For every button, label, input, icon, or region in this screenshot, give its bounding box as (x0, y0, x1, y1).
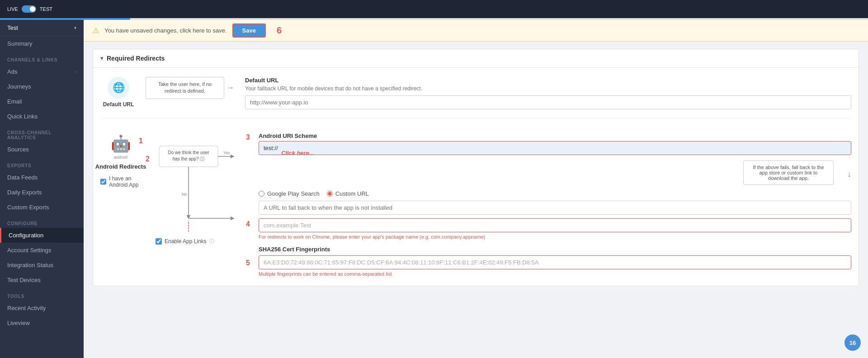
badge-count: 16 (849, 339, 856, 346)
google-play-radio[interactable] (259, 191, 264, 197)
callout-container: Click here... If the above fails, fall b… (259, 160, 851, 185)
card-header: ▾ Required Redirects (93, 49, 859, 68)
android-title: Android Redirects (95, 163, 146, 170)
sidebar-item-label: Configuration (9, 232, 43, 239)
content-area: ▾ Required Redirects 🌐 Default URL Take … (84, 42, 868, 358)
radio-group: Google Play Search Custom URL (259, 190, 851, 197)
main-content: ⚠ You have unsaved changes, click here t… (84, 20, 868, 358)
android-robot-icon: 🤖 (111, 134, 131, 153)
top-bar: LIVE TEST (0, 0, 868, 18)
sidebar-item-label: Account Settings (7, 247, 52, 254)
down-arrow-container: ↓ (847, 160, 851, 185)
sha-label: SHA256 Cert Fingerprints (259, 246, 851, 253)
card-title: Required Redirects (107, 55, 165, 62)
sidebar-item-integration-status[interactable]: Integration Status (0, 258, 84, 273)
unsaved-message: You have unsaved changes, click here to … (104, 27, 227, 34)
fallback-callout: If the above fails, fall back to the app… (743, 160, 834, 185)
package-name-container: 4 (259, 218, 851, 232)
collapse-icon[interactable]: ▾ (100, 55, 103, 61)
has-android-app-row: I have an Android App (100, 175, 141, 188)
custom-url-radio[interactable] (327, 191, 333, 197)
default-url-label: Default URL (103, 101, 134, 108)
sidebar-item-label: Data Feeds (7, 174, 38, 181)
sha-input[interactable] (259, 255, 851, 269)
help-badge[interactable]: 16 (844, 334, 861, 351)
sidebar-item-label: Integration Status (7, 262, 53, 268)
uri-scheme-label: Android URI Scheme (259, 132, 851, 139)
svg-text:No: No (182, 192, 187, 197)
live-label: LIVE (7, 6, 18, 12)
sidebar-item-label: Summary (7, 40, 33, 47)
default-url-config-desc: Your fallback URL for mobile devices tha… (245, 85, 851, 92)
android-row: 🤖 android Android Redirects I have an An… (100, 132, 851, 277)
sidebar-item-summary[interactable]: Summary (0, 36, 84, 51)
custom-url-option[interactable]: Custom URL (327, 190, 369, 197)
sidebar-section-channels: CHANNELS & LINKS (0, 51, 84, 64)
sidebar-item-label: Quick Links (7, 113, 38, 120)
google-play-label: Google Play Search (267, 190, 320, 197)
sidebar-item-label: Liveview (7, 320, 30, 326)
sidebar-item-account-settings[interactable]: Account Settings (0, 243, 84, 258)
sidebar: Test ▾ Summary CHANNELS & LINKS Ads › Jo… (0, 20, 84, 358)
sidebar-item-label: Custom Exports (7, 204, 49, 211)
chevron-down-icon: ▾ (74, 25, 76, 30)
app-name: Test (7, 24, 18, 31)
sidebar-item-sources[interactable]: Sources (0, 142, 84, 157)
sidebar-item-label: Journeys (7, 83, 31, 90)
sidebar-item-recent-activity[interactable]: Recent Activity (0, 301, 84, 316)
click-here-annotation: Click here... (281, 150, 314, 156)
default-url-config-title: Default URL (245, 77, 851, 84)
sidebar-item-quick-links[interactable]: Quick Links (0, 109, 84, 124)
default-url-row: 🌐 Default URL Take the user here, if no … (100, 77, 851, 119)
annotation-3: 3 (246, 133, 250, 141)
has-android-app-checkbox[interactable] (100, 179, 106, 185)
sha-helper-text: Multiple fingerprints can be entered as … (259, 271, 851, 277)
sidebar-item-ads[interactable]: Ads › (0, 64, 84, 79)
sidebar-item-email[interactable]: Email (0, 94, 84, 109)
globe-icon: 🌐 (108, 77, 129, 99)
flow-arrow-right-icon: → (224, 83, 236, 93)
svg-text:has the app? ⓘ: has the app? ⓘ (173, 156, 205, 161)
save-button[interactable]: Save (232, 24, 266, 38)
android-config: 3 Android URI Scheme Click here... If th… (259, 132, 851, 277)
uri-scheme-input[interactable] (259, 141, 851, 155)
android-flow-svg: Do we think the user has the app? ⓘ Yes … (150, 141, 241, 241)
android-flow-container: 2 Do we think the user has the app? ⓘ Ye… (150, 132, 250, 245)
android-sub-label: android (114, 155, 127, 160)
annotation-5: 5 (246, 259, 250, 267)
app-body: Test ▾ Summary CHANNELS & LINKS Ads › Jo… (0, 20, 868, 358)
sidebar-item-label: Test Devices (7, 277, 41, 283)
sidebar-item-label: Email (7, 98, 22, 105)
sidebar-item-custom-exports[interactable]: Custom Exports (0, 200, 84, 215)
sidebar-item-daily-exports[interactable]: Daily Exports (0, 185, 84, 200)
chevron-right-icon: › (75, 69, 76, 74)
sidebar-item-label: Daily Exports (7, 189, 42, 196)
enable-app-links-checkbox[interactable] (156, 238, 162, 245)
google-play-option[interactable]: Google Play Search (259, 190, 320, 197)
warning-icon: ⚠ (93, 26, 99, 35)
sidebar-item-test-devices[interactable]: Test Devices (0, 273, 84, 287)
sidebar-item-label: Ads (7, 68, 17, 75)
sidebar-item-liveview[interactable]: Liveview (0, 316, 84, 330)
svg-text:Do we think the user: Do we think the user (168, 150, 209, 155)
android-left: 🤖 android Android Redirects I have an An… (100, 132, 141, 188)
sidebar-section-analytics: CROSS-CHANNEL ANALYTICS (0, 124, 84, 142)
sidebar-item-configuration[interactable]: Configuration (0, 228, 84, 243)
sha-container: 5 (259, 255, 851, 269)
sidebar-item-data-feeds[interactable]: Data Feeds (0, 170, 84, 185)
has-android-app-label: I have an Android App (109, 175, 141, 188)
down-arrow-icon: ↓ (847, 170, 851, 179)
custom-url-input[interactable] (259, 201, 851, 215)
env-toggle[interactable]: LIVE TEST (7, 5, 52, 13)
card-body: 🌐 Default URL Take the user here, if no … (93, 68, 859, 286)
sidebar-item-label: Sources (7, 146, 29, 153)
sidebar-section-tools: TOOLS (0, 287, 84, 301)
package-name-input[interactable] (259, 218, 851, 232)
enable-app-links-label: Enable App Links (165, 238, 207, 245)
default-url-flow: Take the user here, if no redirect is de… (146, 77, 236, 99)
sidebar-header[interactable]: Test ▾ (0, 20, 84, 36)
toggle-switch[interactable] (22, 5, 36, 13)
default-url-input[interactable] (245, 95, 851, 109)
package-helper-text: For redirects to work on Chrome, please … (259, 234, 851, 240)
sidebar-item-journeys[interactable]: Journeys (0, 79, 84, 94)
